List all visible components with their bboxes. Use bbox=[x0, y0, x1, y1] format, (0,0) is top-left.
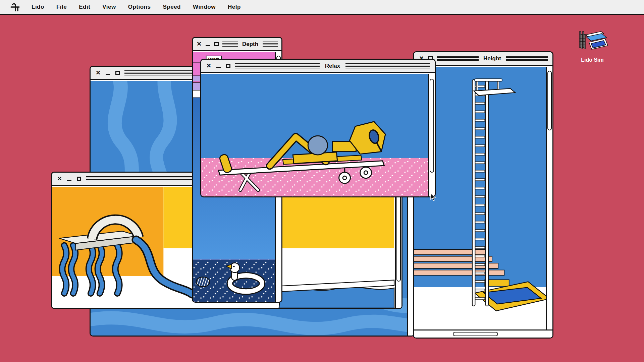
minimize-icon bbox=[216, 67, 221, 68]
window-title: Height bbox=[482, 55, 502, 62]
maximize-icon bbox=[77, 177, 81, 181]
close-button[interactable]: ✕ bbox=[196, 41, 202, 47]
titlebar-lines bbox=[222, 42, 238, 47]
height-horizontal-scrollbar[interactable] bbox=[414, 329, 552, 338]
maximize-icon bbox=[214, 42, 219, 46]
menu-item-lido[interactable]: Lido bbox=[32, 4, 44, 10]
maximize-button[interactable] bbox=[76, 176, 82, 182]
lido-sim-icon bbox=[577, 30, 608, 54]
depth-titlebar[interactable]: ✕ Depth bbox=[193, 38, 281, 51]
menu-item-file[interactable]: File bbox=[56, 4, 67, 10]
diving-ladder bbox=[472, 80, 488, 306]
minimize-icon bbox=[106, 74, 110, 75]
desktop-icon-label: Lido Sim bbox=[570, 57, 614, 63]
desktop-icon-lido-sim[interactable]: Lido Sim bbox=[570, 30, 614, 63]
maximize-button[interactable] bbox=[214, 41, 219, 47]
maximize-button[interactable] bbox=[115, 70, 120, 76]
lounger-illustration bbox=[201, 74, 435, 196]
scrollbar-thumb[interactable] bbox=[547, 71, 552, 130]
close-button[interactable]: ✕ bbox=[206, 63, 212, 69]
menu-item-options[interactable]: Options bbox=[128, 4, 151, 10]
minimize-icon bbox=[67, 180, 71, 181]
titlebar-lines bbox=[506, 56, 548, 61]
menu-bar: Lido File Edit View Options Speed Window… bbox=[0, 0, 644, 15]
menu-item-edit[interactable]: Edit bbox=[79, 4, 90, 10]
minimize-button[interactable] bbox=[205, 41, 211, 47]
scrollbar-thumb[interactable] bbox=[453, 332, 498, 336]
menu-item-help[interactable]: Help bbox=[228, 4, 241, 10]
titlebar-lines bbox=[437, 56, 479, 61]
relax-titlebar[interactable]: ✕ Relax bbox=[201, 60, 435, 73]
titlebar-lines bbox=[345, 63, 430, 68]
relax-vertical-scrollbar[interactable] bbox=[428, 74, 435, 196]
menu-item-window[interactable]: Window bbox=[193, 4, 216, 10]
titlebar-lines bbox=[263, 42, 278, 47]
close-button[interactable]: ✕ bbox=[57, 176, 62, 182]
minimize-button[interactable] bbox=[105, 70, 111, 76]
lido-logo-icon[interactable] bbox=[10, 2, 20, 12]
slide-vertical-scrollbar[interactable] bbox=[395, 187, 401, 308]
window-title: Depth bbox=[241, 41, 260, 48]
maximize-icon bbox=[115, 71, 120, 75]
minimize-icon bbox=[206, 45, 210, 46]
minimize-button[interactable] bbox=[216, 63, 221, 69]
maximize-icon bbox=[226, 64, 230, 68]
window-title: Relax bbox=[324, 63, 341, 69]
desktop: Lido File Edit View Options Speed Window… bbox=[0, 0, 644, 362]
close-button[interactable]: ✕ bbox=[95, 70, 101, 76]
scrollbar-thumb[interactable] bbox=[430, 79, 434, 173]
height-vertical-scrollbar[interactable] bbox=[546, 67, 552, 329]
menu-item-view[interactable]: View bbox=[102, 4, 116, 10]
mouse-cursor bbox=[430, 193, 438, 201]
maximize-button[interactable] bbox=[225, 63, 231, 69]
minimize-button[interactable] bbox=[66, 176, 72, 182]
window-relax: ✕ Relax bbox=[200, 59, 436, 197]
menu-item-speed[interactable]: Speed bbox=[163, 4, 181, 10]
titlebar-lines bbox=[235, 63, 320, 68]
beach-ball bbox=[196, 277, 210, 287]
scrollbar-thumb[interactable] bbox=[396, 191, 401, 282]
